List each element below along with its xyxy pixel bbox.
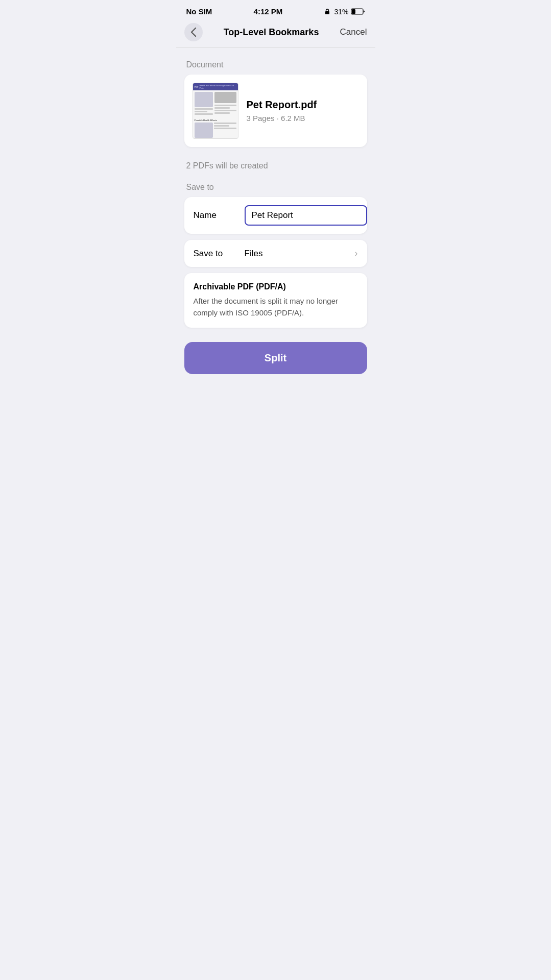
name-row: Name <box>184 197 367 234</box>
name-row-label: Name <box>194 210 245 220</box>
save-to-value: Files <box>245 249 351 259</box>
doc-info: Pet Report.pdf 3 Pages · 6.2 MB <box>247 99 359 122</box>
back-button[interactable] <box>184 23 203 41</box>
nav-bar: Top-Level Bookmarks Cancel <box>176 20 375 48</box>
svg-rect-2 <box>352 9 355 14</box>
cancel-button[interactable]: Cancel <box>340 27 367 37</box>
doc-thumbnail: PDF Health and Mood-Boosting Benefits of… <box>193 83 238 139</box>
notice-body: After the document is split it may no lo… <box>194 296 358 318</box>
notice-card: Archivable PDF (PDF/A) After the documen… <box>184 273 367 328</box>
info-text: 2 PDFs will be created <box>184 161 367 170</box>
save-to-section-label: Save to <box>184 183 367 192</box>
save-to-row[interactable]: Save to Files › <box>184 240 367 267</box>
status-right: 31% <box>324 8 365 16</box>
battery-icon <box>351 8 365 15</box>
name-form-card: Name <box>184 197 367 234</box>
save-to-form-card[interactable]: Save to Files › <box>184 240 367 267</box>
document-card: PDF Health and Mood-Boosting Benefits of… <box>184 75 367 147</box>
doc-name: Pet Report.pdf <box>247 99 359 111</box>
doc-meta: 3 Pages · 6.2 MB <box>247 114 359 122</box>
notice-title: Archivable PDF (PDF/A) <box>194 282 358 291</box>
save-to-row-label: Save to <box>194 249 245 259</box>
split-button[interactable]: Split <box>184 342 367 374</box>
lock-icon <box>324 8 331 15</box>
main-content: Document PDF Health and Mood-Boosting Be… <box>176 48 375 386</box>
svg-rect-0 <box>325 11 329 14</box>
battery-label: 31% <box>334 8 348 16</box>
time-label: 4:12 PM <box>254 7 283 16</box>
carrier-label: No SIM <box>186 7 212 16</box>
chevron-left-icon <box>190 27 197 37</box>
name-input[interactable] <box>245 205 367 226</box>
status-bar: No SIM 4:12 PM 31% <box>176 0 375 20</box>
chevron-right-icon: › <box>355 248 358 259</box>
document-section-label: Document <box>184 60 367 69</box>
nav-title: Top-Level Bookmarks <box>224 27 319 38</box>
